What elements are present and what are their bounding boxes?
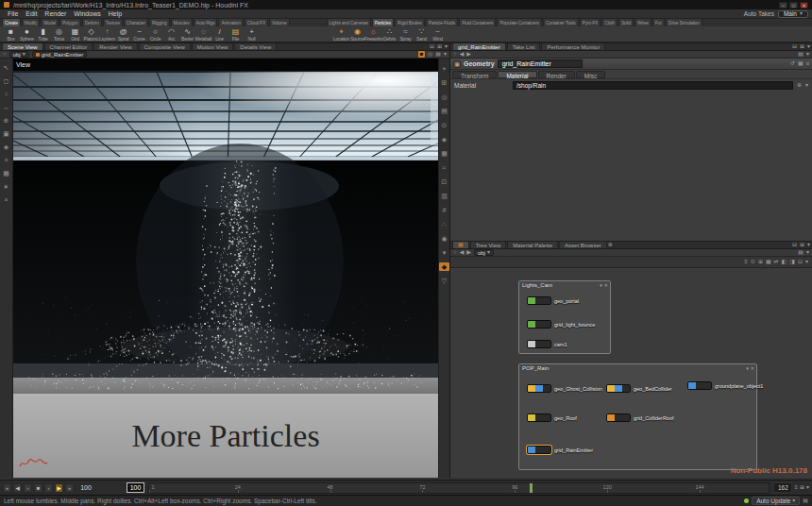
network-node-geo-portal[interactable]: geo_portal	[527, 296, 579, 305]
path-menu-icon[interactable]: ▾	[806, 249, 809, 256]
color-palette-icon[interactable]: ◧	[782, 259, 787, 265]
select-tool-icon[interactable]: ↖	[0, 63, 12, 72]
pane-tab-composite-view[interactable]: Composite View	[139, 42, 191, 51]
path-node-chip[interactable]: grid_RainEmitter	[32, 51, 88, 58]
smooth-shading-icon[interactable]: ≈	[439, 163, 449, 172]
shelf-tool-fireworks[interactable]: ☼Fireworks	[365, 27, 381, 41]
gear-icon[interactable]: ¤	[806, 60, 809, 67]
spreadsheet-icon[interactable]: ▦	[798, 60, 804, 67]
current-frame-marker[interactable]	[530, 483, 533, 493]
shelf-tool-sand[interactable]: ∵Sand	[414, 27, 430, 41]
shelf-tool-line[interactable]: /Line	[211, 27, 228, 41]
shelf-tab-populate-containers[interactable]: Populate Containers	[497, 19, 542, 26]
network-box-lights-cam[interactable]: Lights_Cam▾✕geo_portalgrid_light_bouncec…	[518, 280, 611, 354]
close-button[interactable]: ✕	[800, 2, 808, 8]
playback-options-icon[interactable]: ≡	[794, 484, 798, 491]
network-node-grid-light-bounce[interactable]: grid_light_bounce	[527, 320, 595, 329]
network-node-geo-roof[interactable]: geo_Roof	[527, 413, 577, 422]
box-select-icon[interactable]: ◻	[0, 76, 12, 85]
step-back-button[interactable]: ‹	[24, 483, 32, 493]
pin-icon[interactable]: ○	[453, 51, 457, 58]
shelf-tab-wires[interactable]: Wires	[634, 19, 651, 26]
pane-tab-performance-monitor[interactable]: Performance Monitor	[541, 42, 605, 51]
view-layout-icon[interactable]: ⊞	[439, 78, 449, 87]
box-close-icon[interactable]: ✕	[751, 365, 754, 371]
shelf-tab-solid[interactable]: Solid	[618, 19, 634, 26]
shelf-tool-null[interactable]: +Null	[244, 27, 260, 41]
pane-tab-take-list[interactable]: Take List	[507, 42, 541, 51]
shelf-tab-character[interactable]: Character	[124, 19, 148, 26]
pin-icon[interactable]: ○	[453, 249, 457, 256]
split-horizontal-icon[interactable]: ⊟	[430, 43, 434, 50]
shelf-tab-polygon[interactable]: Polygon	[59, 19, 81, 26]
shelf-tab-pyro-fx[interactable]: Pyro FX	[580, 19, 601, 26]
shelf-tab-deform[interactable]: Deform	[82, 19, 102, 26]
pane-tab-render-view[interactable]: Render View	[93, 42, 137, 51]
maximize-button[interactable]: □	[789, 2, 798, 8]
menu-file[interactable]: File	[4, 10, 22, 17]
shelf-tool-circle[interactable]: ○Circle	[147, 27, 163, 41]
minimize-button[interactable]: –	[779, 2, 787, 8]
step-forward-button[interactable]: ›	[44, 483, 53, 493]
rotate-tool-icon[interactable]: ⊕	[0, 116, 12, 125]
play-reverse-button[interactable]: ◀	[13, 483, 22, 493]
path-menu-icon[interactable]: ▾	[806, 51, 809, 58]
display-shaded-icon[interactable]: ▤	[439, 107, 449, 115]
path-context-chip[interactable]: obj ▾	[9, 51, 29, 58]
box-close-icon[interactable]: ✕	[604, 282, 608, 288]
menu-edit[interactable]: Edit	[22, 10, 41, 17]
display-wire-icon[interactable]: ⊙	[439, 121, 449, 129]
pin-icon[interactable]: ○	[3, 51, 7, 58]
shelf-tool-torus[interactable]: ◎Torus	[51, 27, 67, 41]
shelf-tab-fur[interactable]: Fur	[652, 19, 665, 26]
display-particles-icon[interactable]: ∴	[439, 220, 449, 228]
forward-icon[interactable]: ▶	[466, 249, 471, 256]
display-options-icon[interactable]: ▤	[435, 51, 441, 58]
display-points-icon[interactable]: ⊡	[439, 177, 449, 186]
display-template-icon[interactable]: ▥	[439, 192, 449, 200]
back-icon[interactable]: ◀	[460, 51, 465, 58]
shelf-tool-bezier[interactable]: ∿Bezier	[179, 27, 195, 41]
network-node-geo-ghost-collision[interactable]: geo_Ghost_Collision	[527, 384, 602, 393]
camera-view-icon[interactable]: ◎	[439, 93, 449, 101]
back-icon[interactable]: ◀	[460, 249, 465, 256]
shelf-tab-auto-rigs[interactable]: Auto Rigs	[194, 19, 218, 26]
shelf-tool-arc[interactable]: ◠Arc	[163, 27, 179, 41]
menu-render[interactable]: Render	[41, 10, 70, 17]
move-tool-icon[interactable]: ↔	[0, 103, 12, 111]
shelf-tool-grid[interactable]: ▦Grid	[67, 27, 83, 41]
split-horizontal-icon[interactable]: ⊟	[792, 43, 797, 50]
lasso-select-icon[interactable]: ○	[0, 90, 12, 98]
viewport-menu-icon[interactable]: ▾	[444, 51, 447, 58]
node-name-field[interactable]: grid_RainEmitter	[498, 59, 583, 68]
timeline-ruler[interactable]: 124487296120144	[148, 482, 770, 494]
pose-tool-icon[interactable]: ◈	[0, 143, 12, 151]
shelf-tab-particle-fluids[interactable]: Particle Fluids	[426, 19, 458, 26]
param-field-material[interactable]: /shop/Rain	[513, 81, 793, 90]
network-node-cam1[interactable]: cam1	[527, 340, 567, 348]
pane-tab-network-editor[interactable]: ▦	[452, 241, 469, 249]
shelf-tool-tube[interactable]: ▮Tube	[35, 27, 51, 41]
param-tab-material[interactable]: Material	[498, 71, 536, 78]
pane-menu-icon[interactable]: ▾	[807, 43, 810, 50]
pane-tab-motion-view[interactable]: Motion View	[192, 42, 234, 51]
shelf-tab-create[interactable]: Create	[2, 19, 21, 26]
keyframe-options-icon[interactable]: ⊞	[800, 484, 804, 491]
shelf-tool-debris[interactable]: ∴Debris	[381, 27, 398, 41]
list-mode-icon[interactable]: ▤	[798, 51, 804, 58]
shelf-tool-file[interactable]: ▤File	[228, 27, 244, 41]
shelf-tool-metaball[interactable]: ◌Metaball	[195, 27, 211, 41]
shelf-tab-container-tools[interactable]: Container Tools	[543, 19, 579, 26]
box-collapse-icon[interactable]: ▾	[600, 282, 602, 288]
param-tab-transform[interactable]: Transform	[452, 71, 497, 78]
shelf-tool-spiral[interactable]: @Spiral	[115, 27, 131, 41]
shelf-tool-box[interactable]: ■Box	[3, 27, 19, 41]
pane-menu-icon[interactable]: ▾	[807, 242, 810, 248]
revert-icon[interactable]: ↺	[790, 60, 795, 67]
network-menu-icon[interactable]: ≡	[744, 259, 748, 265]
layout-nodes-icon[interactable]: ⇄	[774, 259, 779, 265]
pane-tab-channel-editor[interactable]: Channel Editor	[44, 42, 93, 51]
menu-help[interactable]: Help	[105, 10, 126, 17]
frame-all-icon[interactable]: ⊡	[798, 259, 803, 265]
split-horizontal-icon[interactable]: ⊟	[792, 242, 797, 248]
